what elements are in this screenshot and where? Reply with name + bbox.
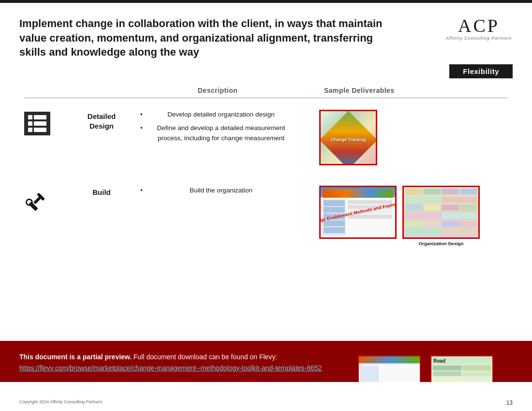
logo-subtitle: Affinity Consulting Partners [445,36,513,41]
build-deliverables: Change Enablement Methods and Framework [305,186,508,246]
header-area: Implement change in collaboration with t… [19,16,513,59]
enablement-deliverable: Change Enablement Methods and Framework [319,186,397,239]
footer: Copyright 2024 Affinity Consulting Partn… [0,399,532,406]
logo-name: ACP [445,16,513,35]
table-row: DetailedDesign Develop detailed organiza… [24,103,508,165]
partial-images: Road [358,355,493,382]
preview-link[interactable]: https://flevy.com/browse/marketplace/cha… [19,364,322,372]
partial-image-1 [358,355,421,382]
build-icon-cell [24,186,73,213]
list-item: Develop detailed organization design [140,110,295,119]
org-design-container: Organization Design [402,186,480,246]
flexibility-bar: Flexibility [19,64,513,78]
detailed-design-desc: Develop detailed organization design Def… [131,110,305,147]
change-tracking-deliverable: Change Tracking [319,110,377,165]
org-design-deliverable [402,186,480,239]
flexibility-badge: Flexibility [449,64,513,78]
org-design-label: Organization Design [419,241,463,246]
page-title: Implement change in collaboration with t… [19,16,397,59]
footer-copyright: Copyright 2024 Affinity Consulting Partn… [19,399,102,406]
preview-normal: Full document download can be found on F… [133,353,277,361]
preview-banner: This document is a partial preview. Full… [0,341,532,382]
detailed-design-icon-cell [24,110,73,135]
detailed-design-icon [24,112,50,135]
detailed-design-label: DetailedDesign [73,110,131,131]
main-content: Implement change in collaboration with t… [0,3,532,246]
list-item: Build the organization [140,186,295,195]
build-desc: Build the organization [131,186,305,199]
table-row: Build Build the organization [24,179,508,246]
logo-block: ACP Affinity Consulting Partners [445,16,513,41]
description-header: Description [198,87,238,94]
build-tools-icon [24,188,49,213]
list-item: Define and develop a detailed measuremen… [140,123,295,143]
svg-rect-0 [29,202,38,211]
build-label: Build [73,186,131,197]
table-area: Description Sample Deliverables [24,86,508,246]
footer-page: 13 [506,399,513,406]
preview-bold: This document is a partial preview. [19,353,132,361]
column-headers: Description Sample Deliverables [24,86,508,98]
title-block: Implement change in collaboration with t… [19,16,397,59]
detailed-design-deliverables: Change Tracking [305,110,508,165]
partial-image-2: Road [430,355,493,382]
deliverables-header: Sample Deliverables [305,87,395,94]
change-tracking-label: Change Tracking [331,137,366,143]
road-text: Road [431,356,492,366]
